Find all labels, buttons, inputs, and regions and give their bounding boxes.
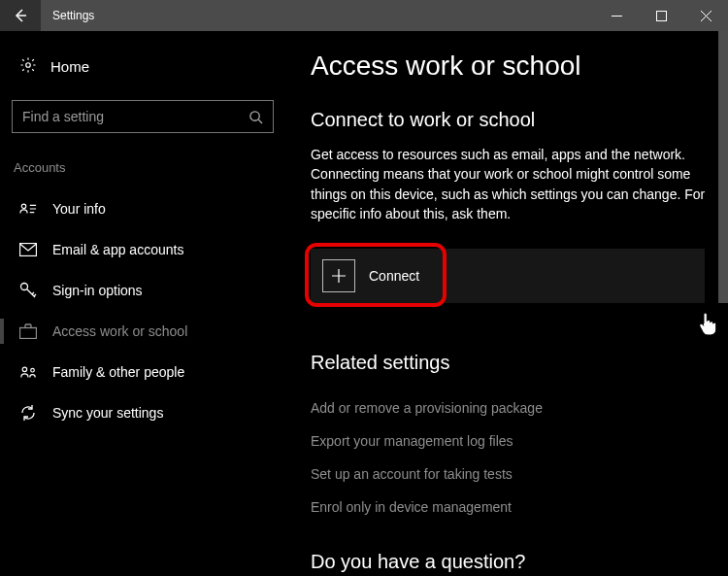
sidebar-item-your-info[interactable]: Your info <box>12 188 291 229</box>
sidebar-item-family[interactable]: Family & other people <box>12 352 291 392</box>
window-title: Settings <box>41 9 594 22</box>
related-heading: Related settings <box>311 352 709 374</box>
svg-point-8 <box>31 368 35 372</box>
people-icon <box>19 363 37 381</box>
mail-icon <box>19 241 37 258</box>
svg-rect-6 <box>20 328 37 339</box>
plus-icon <box>322 259 355 292</box>
svg-point-7 <box>22 367 27 372</box>
close-button[interactable] <box>683 0 728 31</box>
svg-point-3 <box>21 204 26 209</box>
scrollbar-thumb[interactable] <box>718 31 728 303</box>
arrow-left-icon <box>13 8 28 23</box>
minimize-icon <box>612 11 622 21</box>
back-button[interactable] <box>0 0 41 31</box>
related-link[interactable]: Export your management log files <box>311 424 709 457</box>
nav-label: Access work or school <box>52 323 187 339</box>
titlebar: Settings <box>0 0 728 31</box>
related-settings: Related settings Add or remove a provisi… <box>311 352 709 524</box>
minimize-button[interactable] <box>594 0 639 31</box>
nav-label: Email & app accounts <box>52 242 183 257</box>
nav-label: Family & other people <box>52 364 184 380</box>
key-icon <box>19 282 37 299</box>
search-icon <box>248 110 263 124</box>
question-heading: Do you have a question? <box>311 551 709 573</box>
svg-point-5 <box>21 284 28 290</box>
person-card-icon <box>19 200 37 218</box>
home-nav[interactable]: Home <box>12 51 291 83</box>
related-link[interactable]: Set up an account for taking tests <box>311 457 709 491</box>
briefcase-icon <box>19 322 37 340</box>
svg-point-2 <box>250 111 259 119</box>
sidebar-item-access-work[interactable]: Access work or school <box>12 311 291 352</box>
nav-label: Sign-in options <box>52 283 143 298</box>
connect-button[interactable]: Connect <box>311 249 705 303</box>
sidebar-item-signin[interactable]: Sign-in options <box>12 270 291 311</box>
section-description: Get access to resources such as email, a… <box>311 145 709 223</box>
page-heading: Access work or school <box>311 51 709 82</box>
sync-icon <box>19 404 37 422</box>
sidebar-item-sync[interactable]: Sync your settings <box>12 392 291 433</box>
maximize-button[interactable] <box>639 0 683 31</box>
main-content: Access work or school Connect to work or… <box>291 31 728 576</box>
search-placeholder: Find a setting <box>22 109 248 124</box>
sidebar-group-label: Accounts <box>12 156 291 188</box>
search-input[interactable]: Find a setting <box>12 100 274 133</box>
cursor-pointer-icon <box>697 311 718 336</box>
related-link[interactable]: Enrol only in device management <box>311 491 709 524</box>
connect-label: Connect <box>369 268 419 284</box>
svg-rect-0 <box>656 11 666 20</box>
svg-point-1 <box>26 63 31 68</box>
close-icon <box>701 11 711 21</box>
section-heading: Connect to work or school <box>311 109 709 131</box>
gear-icon <box>19 56 37 77</box>
home-label: Home <box>50 58 89 75</box>
sidebar-item-email[interactable]: Email & app accounts <box>12 229 291 270</box>
question-section: Do you have a question? <box>311 551 709 573</box>
maximize-icon <box>656 11 667 21</box>
scrollbar[interactable] <box>718 31 728 576</box>
sidebar: Home Find a setting Accounts Your info <box>0 31 291 576</box>
related-link[interactable]: Add or remove a provisioning package <box>311 391 709 424</box>
nav-label: Sync your settings <box>52 405 163 421</box>
nav-label: Your info <box>52 201 106 217</box>
